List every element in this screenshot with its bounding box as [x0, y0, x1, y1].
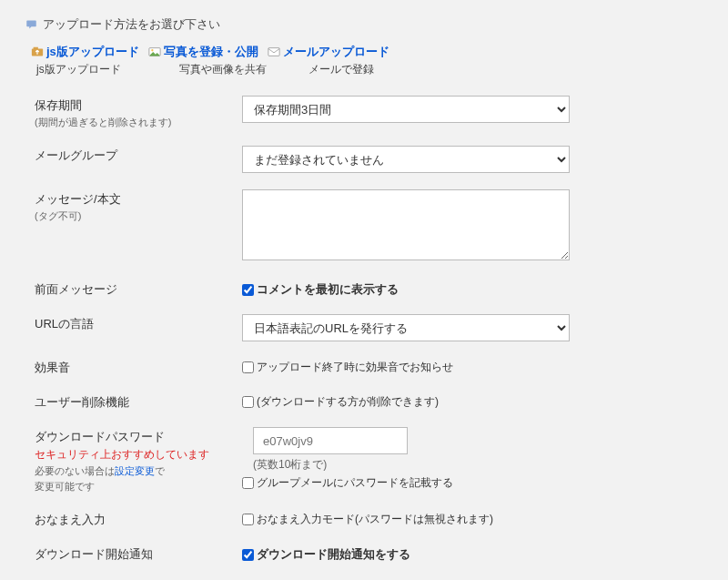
dl-password-help2: 変更可能です — [35, 480, 242, 494]
svg-point-3 — [151, 49, 153, 51]
mail-icon — [268, 46, 280, 58]
section-title: アップロード方法をお選び下さい — [25, 16, 703, 33]
svg-rect-4 — [268, 48, 279, 56]
dl-password-groupmail-label: グループメールにパスワードを記載する — [257, 475, 453, 491]
dl-password-note: (英数10桁まで) — [253, 457, 684, 473]
tab-mail-upload-sub: メールで登録 — [308, 62, 374, 77]
dl-password-settings-link[interactable]: 設定変更 — [115, 465, 155, 476]
retention-hint: (期間が過ぎると削除されます) — [35, 116, 242, 129]
section-title-text: アップロード方法をお選び下さい — [43, 16, 220, 33]
tab-photo-register-sub: 写真や画像を共有 — [179, 62, 308, 77]
message-hint: (タグ不可) — [35, 209, 242, 223]
retention-select[interactable]: 保存期間3日間 — [242, 96, 570, 123]
message-label: メッセージ/本文 — [35, 191, 242, 208]
retention-label: 保存期間 — [35, 97, 242, 114]
front-message-checkbox-label: コメントを最初に表示する — [257, 281, 399, 298]
sound-label: 効果音 — [35, 360, 242, 376]
user-delete-label: ユーザー削除機能 — [35, 394, 242, 411]
front-message-label: 前面メッセージ — [35, 281, 242, 298]
dl-password-groupmail-checkbox[interactable] — [242, 477, 254, 489]
user-delete-checkbox[interactable] — [242, 396, 254, 408]
tab-js-upload[interactable]: js版アップロード — [31, 44, 139, 60]
upload-method-tabs: js版アップロード 写真を登録・公開 メールアップロード js版アップロード 写… — [25, 44, 703, 77]
tab-js-upload-sub: js版アップロード — [36, 62, 179, 77]
dl-password-warn: セキュリティ上おすすめしています — [35, 447, 242, 463]
tab-js-upload-label: js版アップロード — [46, 44, 139, 60]
name-input-checkbox[interactable] — [242, 514, 254, 525]
name-input-checkbox-label: おなまえ入力モード(パスワードは無視されます) — [257, 512, 493, 527]
url-lang-label: URLの言語 — [35, 316, 242, 332]
mail-group-select[interactable]: まだ登録されていません — [242, 146, 570, 173]
tab-mail-upload-label: メールアップロード — [283, 44, 389, 60]
dl-notify-checkbox-label: ダウンロード開始通知をする — [257, 546, 410, 563]
sound-checkbox-label: アップロード終了時に効果音でお知らせ — [257, 360, 453, 375]
name-input-label: おなまえ入力 — [35, 512, 242, 528]
chat-icon — [25, 19, 37, 30]
mail-group-label: メールグループ — [35, 148, 242, 164]
sound-checkbox[interactable] — [242, 361, 254, 373]
dl-notify-checkbox[interactable] — [242, 549, 254, 561]
upload-icon — [31, 46, 44, 58]
dl-notify-label: ダウンロード開始通知 — [35, 546, 242, 563]
dl-password-help-post: で — [155, 465, 165, 476]
dl-password-input[interactable] — [253, 427, 408, 454]
photo-icon — [148, 46, 161, 58]
user-delete-checkbox-label: (ダウンロードする方が削除できます) — [257, 394, 439, 410]
front-message-checkbox[interactable] — [242, 284, 254, 296]
message-textarea[interactable] — [242, 189, 570, 260]
svg-rect-1 — [34, 47, 38, 50]
tab-photo-register-label: 写真を登録・公開 — [164, 44, 258, 60]
dl-password-help-pre: 必要のない場合は — [35, 465, 115, 476]
tab-mail-upload[interactable]: メールアップロード — [268, 44, 389, 60]
dl-password-label: ダウンロードパスワード — [35, 429, 242, 445]
url-lang-select[interactable]: 日本語表記のURLを発行する — [242, 314, 570, 341]
tab-photo-register[interactable]: 写真を登録・公開 — [148, 44, 258, 60]
dl-password-help: 必要のない場合は設定変更で — [35, 464, 242, 478]
